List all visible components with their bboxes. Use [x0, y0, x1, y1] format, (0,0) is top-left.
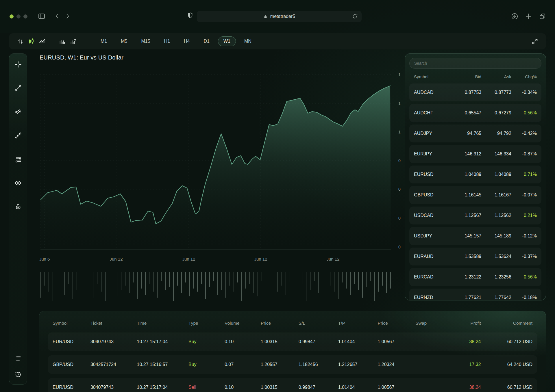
market-row-gbpusd[interactable]: GBPUSD1.161451.16167-0.07% [409, 186, 541, 204]
polyline-tool-icon[interactable] [13, 130, 23, 141]
timeframe-m1[interactable]: M1 [95, 36, 112, 46]
cell-type: Buy [188, 362, 225, 367]
object-list-icon[interactable] [13, 353, 23, 364]
indicator-levels-tool-icon[interactable] [13, 154, 23, 164]
market-row-eurcad[interactable]: EURCAD1.231221.232560.56% [409, 268, 541, 286]
browser-chrome: metatrader5 [0, 0, 555, 33]
volume-bar [77, 272, 77, 290]
volume-bar [326, 272, 326, 296]
cell-ask: 0.67279 [481, 110, 511, 116]
orders-column-2: Time [137, 321, 189, 326]
cell-symbol: USDJPY [414, 233, 452, 239]
chart-title: EURUSD, W1: Eur vs US Dollar [40, 54, 123, 61]
cell-volume: 0.10 [225, 339, 261, 344]
volume-bar [378, 272, 379, 292]
volume-bar [249, 272, 250, 284]
cell-bid: 94.765 [452, 131, 482, 136]
timeframe-m15[interactable]: M15 [136, 36, 156, 46]
y-tick-label: 0 [398, 158, 405, 163]
timeframe-m5[interactable]: M5 [115, 36, 133, 46]
line-chart-type-icon[interactable] [37, 36, 48, 47]
cell-symbol: GBPUSD [414, 192, 452, 198]
market-row-audchf[interactable]: AUDCHF0.655470.672790.56% [409, 104, 541, 122]
timeframe-mn[interactable]: MN [239, 36, 257, 46]
new-tab-icon[interactable] [525, 12, 532, 20]
volume-bar [209, 272, 210, 287]
order-row[interactable]: GBP/USD304257172410.27 15:16:57Buy0.071.… [48, 355, 537, 374]
timeframe-h1[interactable]: H1 [159, 36, 175, 46]
history-clock-icon[interactable] [13, 369, 23, 380]
crosshair-icon[interactable] [13, 59, 23, 70]
volume-histogram-icon[interactable] [57, 36, 68, 47]
cell-bid: 1.23122 [452, 274, 482, 280]
window-close-button[interactable] [10, 14, 14, 18]
order-row[interactable]: EUR/USD30407974310.27 15:17:04Buy0.101.0… [48, 332, 537, 351]
cell-ticket: 3042571724 [90, 362, 137, 367]
market-row-audcad[interactable]: AUDCAD0.877530.87773-0.34% [409, 83, 541, 101]
cell-symbol: USDCAD [414, 213, 452, 218]
volume-bar [234, 272, 234, 292]
volume-bar [193, 272, 194, 289]
orders-column-6: S/L [299, 321, 338, 326]
tab-overview-icon[interactable] [539, 12, 546, 20]
sidebar-toggle-icon[interactable] [38, 12, 46, 20]
unlock-icon[interactable] [13, 201, 23, 212]
volume-bar [217, 272, 218, 295]
tls-lock-icon [263, 14, 268, 19]
order-row[interactable]: EUR/USD30407974310.27 15:17:04Sell0.101.… [48, 378, 537, 392]
cell-ask: 146.334 [481, 151, 511, 157]
timeframe-w1[interactable]: W1 [218, 36, 236, 46]
fullscreen-icon[interactable] [529, 36, 540, 47]
volume-histogram [40, 272, 391, 302]
volume-bar [169, 272, 170, 287]
address-bar[interactable]: metatrader5 [197, 11, 362, 22]
timeframe-d1[interactable]: D1 [198, 36, 215, 46]
search-input[interactable] [414, 61, 536, 66]
window-minimize-button[interactable] [16, 14, 21, 18]
volume-bar [266, 272, 266, 290]
reload-icon[interactable] [352, 13, 358, 20]
bar-chart-type-icon[interactable] [15, 36, 26, 47]
volume-bar [101, 272, 101, 292]
cell-bid: 146.312 [452, 151, 482, 157]
volume-bar [237, 272, 238, 283]
market-row-euraud[interactable]: EURAUD1.535891.53624-0.37% [409, 248, 541, 265]
market-row-eurjpy[interactable]: EURJPY146.312146.334-0.87% [409, 145, 541, 163]
forward-icon[interactable] [64, 13, 71, 20]
volume-bar [286, 272, 286, 295]
volume-bar [270, 272, 270, 299]
orders-column-3: Type [188, 321, 225, 326]
x-tick-label: Jun 12 [326, 257, 339, 261]
market-row-audjpy[interactable]: AUDJPY94.76594.792-0.42% [409, 125, 541, 142]
market-watch-search[interactable] [409, 58, 541, 69]
cell-symbol: EURAUD [414, 254, 452, 259]
timeframe-h4[interactable]: H4 [178, 36, 195, 46]
downloads-icon[interactable] [511, 12, 519, 20]
cell-ask: 1.16167 [481, 192, 511, 198]
cell-bid: 1.12567 [452, 213, 482, 218]
url-text: metatrader5 [270, 14, 295, 19]
market-row-usdjpy[interactable]: USDJPY145.157145.189-0.12% [409, 227, 541, 245]
window-zoom-button[interactable] [23, 14, 27, 18]
market-row-usdcad[interactable]: USDCAD1.125671.125620.21% [409, 207, 541, 224]
volume-bar [282, 272, 282, 286]
cell-ask: 1.12562 [481, 213, 511, 218]
price-chart[interactable] [40, 74, 391, 250]
tick-volume-histogram-icon[interactable] [68, 36, 79, 47]
drawing-tools-sidebar [9, 53, 27, 384]
trendline-tool-icon[interactable] [13, 83, 23, 93]
visibility-eye-icon[interactable] [13, 178, 23, 188]
volume-bar [157, 272, 158, 298]
privacy-shield-icon[interactable] [186, 12, 194, 19]
back-icon[interactable] [54, 13, 61, 20]
cell-ask: 94.792 [481, 131, 511, 136]
cell-ask: 0.87773 [481, 90, 511, 95]
cell-bid: 0.65547 [452, 110, 482, 116]
volume-bar [322, 272, 322, 287]
channel-tool-icon[interactable] [13, 107, 23, 117]
market-row-eurusd[interactable]: EURUSD1.040891.040890.71% [409, 166, 541, 183]
market-row-eurnzd[interactable]: EURNZD1.776211.77642-0.18% [409, 289, 541, 300]
candlestick-chart-type-icon[interactable] [26, 36, 37, 47]
cell-type: Sell [188, 385, 225, 390]
cell-symbol: AUDCAD [414, 90, 452, 95]
